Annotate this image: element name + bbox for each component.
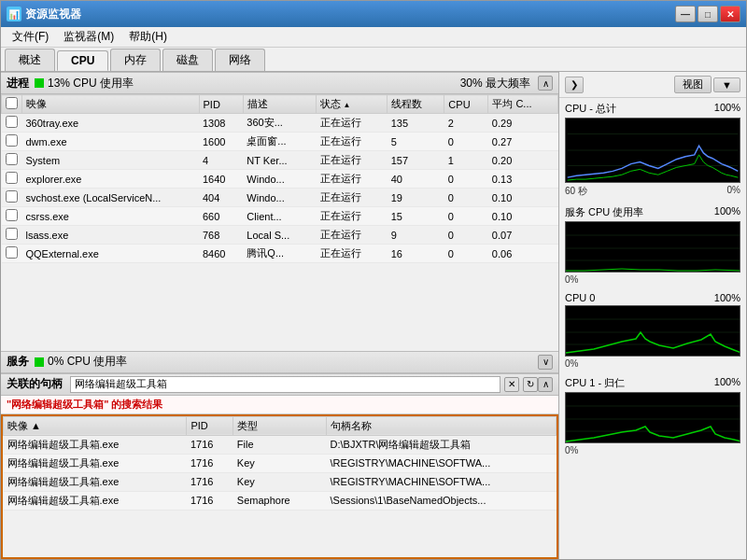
cpu-total-max: 100% <box>714 102 740 116</box>
row-desc: NT Ker... <box>243 151 317 170</box>
row-desc: Local S... <box>243 226 317 245</box>
close-button[interactable]: ✕ <box>720 6 740 22</box>
tab-memory[interactable]: 内存 <box>110 49 161 71</box>
col-desc[interactable]: 描述 <box>243 95 317 114</box>
services-header: 服务 0% CPU 使用率 ∨ <box>1 351 558 373</box>
row-checkbox[interactable] <box>6 228 18 240</box>
handles-col-type[interactable]: 类型 <box>233 416 327 435</box>
col-threads[interactable]: 线程数 <box>388 95 444 114</box>
services-collapse-button[interactable]: ∨ <box>538 355 553 370</box>
row-checkbox-cell[interactable] <box>2 151 22 170</box>
row-image: lsass.exe <box>22 226 200 245</box>
table-row[interactable]: 360tray.exe 1308 360安... 正在运行 135 2 0.29 <box>2 114 558 133</box>
table-row[interactable]: 网络编辑超级工具箱.exe 1716 Key \REGISTRY\MACHINE… <box>4 472 557 491</box>
right-panel-header: ❯ 视图 ▼ <box>559 72 746 98</box>
main-content: 进程 13% CPU 使用率 30% 最大频率 ∧ <box>1 72 746 559</box>
table-row[interactable]: 网络编辑超级工具箱.exe 1716 Semaphore \Sessions\1… <box>4 491 557 510</box>
row-checkbox[interactable] <box>6 209 18 221</box>
table-row[interactable]: explorer.exe 1640 Windo... 正在运行 40 0 0.1… <box>2 170 558 189</box>
tab-overview[interactable]: 概述 <box>5 49 55 71</box>
row-checkbox-cell[interactable] <box>2 245 22 263</box>
row-checkbox[interactable] <box>6 153 18 165</box>
handles-search-input[interactable] <box>70 376 500 393</box>
cpu-total-label: CPU - 总计 <box>565 102 616 116</box>
table-row[interactable]: dwm.exe 1600 桌面窗... 正在运行 5 0 0.27 <box>2 133 558 151</box>
handles-search-area: ✕ ↻ <box>70 376 538 393</box>
tab-network[interactable]: 网络 <box>215 49 265 71</box>
row-checkbox-cell[interactable] <box>2 189 22 207</box>
table-row[interactable]: svchost.exe (LocalServiceN... 404 Windo.… <box>2 189 558 207</box>
col-avg-cpu[interactable]: 平均 C... <box>488 95 558 114</box>
menu-file[interactable]: 文件(F) <box>5 27 56 47</box>
search-result-label: "网络编辑超级工具箱" 的搜索结果 <box>1 396 558 414</box>
table-row[interactable]: lsass.exe 768 Local S... 正在运行 9 0 0.07 <box>2 226 558 245</box>
table-row[interactable]: 网络编辑超级工具箱.exe 1716 File D:\BJXTR\网络编辑超级工… <box>4 435 557 454</box>
row-checkbox[interactable] <box>6 246 18 259</box>
row-checkbox-cell[interactable] <box>2 226 22 245</box>
handles-col-image[interactable]: 映像 ▲ <box>4 416 187 435</box>
tab-cpu[interactable]: CPU <box>57 50 108 71</box>
services-cpu-text: 0% CPU 使用率 <box>48 354 127 370</box>
row-pid: 1308 <box>199 114 243 133</box>
handle-row-pid: 1716 <box>187 435 233 454</box>
row-desc: Windo... <box>243 170 317 189</box>
cpu-total-section: CPU - 总计 100% <box>559 98 746 202</box>
service-cpu-section: 服务 CPU 使用率 100% 0% <box>559 202 746 288</box>
nav-back-button[interactable]: ❯ <box>565 77 584 93</box>
app-icon: 📊 <box>7 7 21 21</box>
row-checkbox[interactable] <box>6 116 18 128</box>
cpu0-min: 0% <box>565 358 578 369</box>
row-checkbox-cell[interactable] <box>2 114 22 133</box>
cpu1-chart-bottom: 0% <box>565 445 740 455</box>
menu-monitor[interactable]: 监视器(M) <box>56 27 121 47</box>
table-row[interactable]: System 4 NT Ker... 正在运行 157 1 0.20 <box>2 151 558 170</box>
maximize-button[interactable]: □ <box>698 6 718 22</box>
row-cpu: 0 <box>444 245 488 263</box>
tab-disk[interactable]: 磁盘 <box>162 49 213 71</box>
cpu0-section: CPU 0 100% 0% <box>559 288 746 372</box>
col-image[interactable]: 映像 <box>22 95 200 114</box>
table-row[interactable]: 网络编辑超级工具箱.exe 1716 Key \REGISTRY\MACHINE… <box>4 454 557 472</box>
process-table-wrapper[interactable]: 映像 PID 描述 状态 线程数 CPU 平均 C... 360tray.exe <box>1 94 558 351</box>
row-status: 正在运行 <box>317 189 388 207</box>
services-section: 服务 0% CPU 使用率 ∨ <box>1 351 558 373</box>
search-clear-button[interactable]: ✕ <box>504 377 519 392</box>
menu-help[interactable]: 帮助(H) <box>121 27 175 47</box>
process-collapse-button[interactable]: ∧ <box>538 76 553 91</box>
row-checkbox-cell[interactable] <box>2 133 22 151</box>
handles-header: 关联的句柄 ✕ ↻ ∧ <box>1 373 558 396</box>
row-checkbox-cell[interactable] <box>2 207 22 226</box>
handles-table-wrapper[interactable]: 映像 ▲ PID 类型 句柄名称 网络编辑超级工具箱.exe 1716 File… <box>1 414 558 559</box>
table-row[interactable]: QQExternal.exe 8460 腾讯Q... 正在运行 16 0 0.0… <box>2 245 558 263</box>
minimize-button[interactable]: — <box>675 6 696 22</box>
cpu0-chart-bottom: 0% <box>565 358 740 369</box>
cpu-usage-text: 13% CPU 使用率 <box>48 76 134 91</box>
row-threads: 5 <box>388 133 444 151</box>
row-checkbox[interactable] <box>6 172 18 184</box>
row-image: System <box>22 151 200 170</box>
handles-collapse-button[interactable]: ∧ <box>538 377 553 392</box>
row-cpu: 0 <box>444 226 488 245</box>
select-all-checkbox[interactable] <box>6 97 18 109</box>
row-checkbox[interactable] <box>6 134 18 147</box>
col-cpu[interactable]: CPU <box>444 95 488 114</box>
svg-rect-12 <box>566 393 740 443</box>
process-table-body: 360tray.exe 1308 360安... 正在运行 135 2 0.29… <box>2 114 558 263</box>
row-checkbox-cell[interactable] <box>2 170 22 189</box>
view-dropdown-icon[interactable]: ▼ <box>713 77 740 92</box>
view-label[interactable]: 视图 <box>674 76 712 93</box>
cpu1-svg <box>566 393 740 443</box>
row-desc: 腾讯Q... <box>243 245 317 263</box>
handles-col-name[interactable]: 句柄名称 <box>327 416 557 435</box>
row-status: 正在运行 <box>317 207 388 226</box>
col-status[interactable]: 状态 <box>317 95 388 114</box>
row-checkbox[interactable] <box>6 190 18 203</box>
col-pid[interactable]: PID <box>199 95 243 114</box>
handles-col-pid[interactable]: PID <box>187 416 233 435</box>
table-row[interactable]: csrss.exe 660 Client... 正在运行 15 0 0.10 <box>2 207 558 226</box>
cpu1-section: CPU 1 - 归仁 100% 0% <box>559 372 746 459</box>
cpu1-title-bar: CPU 1 - 归仁 100% <box>565 376 740 390</box>
search-refresh-button[interactable]: ↻ <box>523 377 538 392</box>
window-controls: — □ ✕ <box>675 6 740 22</box>
services-cpu-badge: 0% CPU 使用率 <box>35 354 127 370</box>
